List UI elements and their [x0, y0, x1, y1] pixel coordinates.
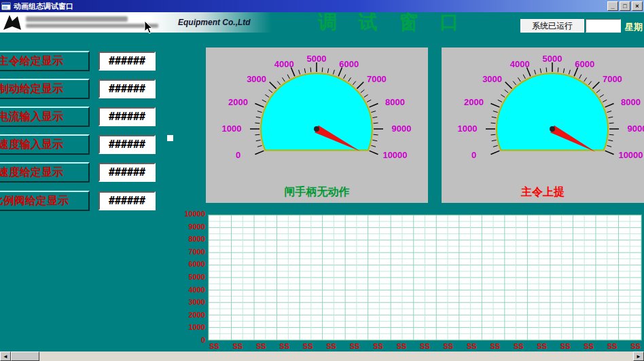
readout-value: ######	[99, 107, 156, 126]
x-tick-label: SS	[560, 342, 571, 350]
x-tick-label: SS	[490, 342, 500, 350]
svg-text:9000: 9000	[628, 124, 644, 134]
readout-value: ######	[99, 191, 156, 210]
readout-row: 比例阀给定显示 ######	[0, 191, 163, 211]
svg-text:6000: 6000	[339, 59, 359, 69]
blurred-company-text-line2	[26, 24, 158, 28]
chart-grid	[209, 215, 641, 340]
x-tick-label: SS	[537, 342, 547, 350]
status-value-box	[586, 19, 621, 33]
x-tick-label: SS	[397, 342, 407, 350]
scroll-left-icon[interactable]: ◄	[0, 352, 11, 361]
gauge-meter: 0100020003000400050006000700080009000100…	[442, 48, 644, 187]
x-tick-label: SS	[256, 342, 266, 350]
gauge-panel-left: 0100020003000400050006000700080009000100…	[206, 48, 428, 203]
x-tick-label: SS	[630, 342, 641, 350]
svg-text:5000: 5000	[543, 54, 562, 64]
y-tick-label: 4000	[189, 286, 205, 294]
svg-text:6000: 6000	[575, 59, 594, 69]
svg-text:1000: 1000	[458, 124, 478, 134]
x-tick-label: SS	[444, 342, 454, 350]
svg-text:7000: 7000	[367, 74, 387, 84]
y-tick-label: 3000	[189, 298, 205, 306]
x-tick-label: SS	[607, 342, 618, 350]
svg-text:3000: 3000	[482, 74, 502, 84]
svg-text:0: 0	[471, 150, 476, 160]
readout-label: 电流输入显示	[0, 107, 90, 127]
svg-text:8000: 8000	[385, 97, 405, 107]
gauge-caption: 闸手柄无动作	[206, 185, 428, 200]
y-tick-label: 2000	[189, 311, 205, 319]
window-title: 动画组态调试窗口	[14, 1, 607, 12]
readout-row: 速度输入显示 ######	[0, 134, 163, 155]
y-tick-label: 0	[201, 336, 205, 344]
x-tick-label: SS	[373, 342, 383, 350]
company-name: Equipment Co.,Ltd	[178, 18, 251, 27]
gauge-meter: 0100020003000400050006000700080009000100…	[206, 48, 428, 187]
readout-label: 比例阀给定显示	[0, 191, 90, 211]
y-tick-label: 8000	[189, 235, 205, 243]
svg-text:5000: 5000	[307, 54, 327, 64]
x-tick-label: SS	[279, 342, 289, 350]
readout-label: 速度输入显示	[0, 134, 90, 155]
gauge-panel-right: 0100020003000400050006000700080009000100…	[442, 48, 644, 203]
svg-text:1000: 1000	[222, 124, 242, 134]
page-title: 调 试 窗 口	[318, 10, 467, 35]
svg-text:2000: 2000	[228, 97, 248, 107]
svg-text:2000: 2000	[464, 97, 484, 107]
scrollbar-thumb[interactable]	[11, 352, 39, 361]
x-tick-label: SS	[350, 342, 360, 350]
x-tick-label: SS	[467, 342, 477, 350]
x-tick-label: SS	[209, 342, 219, 350]
chart-y-labels: 1000090008000700060005000400030002000100…	[168, 210, 205, 344]
gauge-caption: 主令上提	[442, 185, 644, 200]
readout-label: 速度给定显示	[0, 162, 90, 183]
readout-value: ######	[99, 79, 156, 98]
weekday-label: 星期	[625, 21, 643, 33]
svg-text:4000: 4000	[274, 59, 294, 69]
horizontal-scrollbar[interactable]: ◄ ►	[0, 352, 644, 361]
svg-text:0: 0	[236, 150, 240, 160]
app-window: 动画组态调试窗口 _ □ × Equipment Co.,Ltd 调 试 窗 口…	[0, 0, 644, 361]
app-icon	[1, 2, 11, 10]
y-tick-label: 5000	[189, 273, 205, 281]
x-tick-label: SS	[514, 342, 524, 350]
x-tick-label: SS	[232, 342, 243, 350]
y-tick-label: 9000	[189, 223, 205, 231]
company-logo	[3, 14, 22, 31]
svg-text:9000: 9000	[392, 124, 412, 134]
marker-dot	[167, 135, 173, 141]
maximize-button[interactable]: □	[620, 1, 630, 11]
svg-text:10000: 10000	[618, 150, 643, 160]
readout-value: ######	[99, 135, 156, 154]
svg-text:7000: 7000	[603, 74, 622, 84]
svg-text:10000: 10000	[382, 150, 407, 160]
readout-row: 速度给定显示 ######	[0, 162, 163, 183]
readout-value: ######	[99, 52, 156, 71]
x-tick-label: SS	[326, 342, 336, 350]
readout-value: ######	[99, 163, 156, 182]
readout-row: 主令给定显示 ######	[0, 51, 163, 71]
y-tick-label: 10000	[184, 210, 205, 218]
x-tick-label: SS	[584, 342, 594, 350]
mouse-cursor	[144, 20, 154, 34]
svg-text:3000: 3000	[247, 74, 266, 84]
readout-row: 制动给定显示 ######	[0, 79, 163, 99]
readout-label: 主令给定显示	[0, 51, 90, 71]
chart-x-labels: SSSSSSSSSSSSSSSSSSSSSSSSSSSSSSSSSSSSSS	[208, 342, 642, 350]
system-status-label: 系统已运行	[520, 19, 584, 33]
y-tick-label: 7000	[189, 248, 205, 256]
close-button[interactable]: ×	[632, 1, 643, 11]
readout-label: 制动给定显示	[0, 79, 90, 99]
chart-plot-area	[208, 214, 642, 341]
x-tick-label: SS	[303, 342, 313, 350]
blurred-company-text-line1	[26, 16, 128, 22]
minimize-button[interactable]: _	[607, 1, 618, 11]
svg-text:8000: 8000	[621, 97, 641, 107]
x-tick-label: SS	[420, 342, 430, 350]
svg-text:4000: 4000	[510, 59, 530, 69]
logo-strip: Equipment Co.,Ltd	[0, 12, 272, 33]
scroll-right-icon[interactable]: ►	[633, 352, 644, 361]
y-tick-label: 1000	[189, 323, 205, 331]
readout-row: 电流输入显示 ######	[0, 107, 163, 127]
